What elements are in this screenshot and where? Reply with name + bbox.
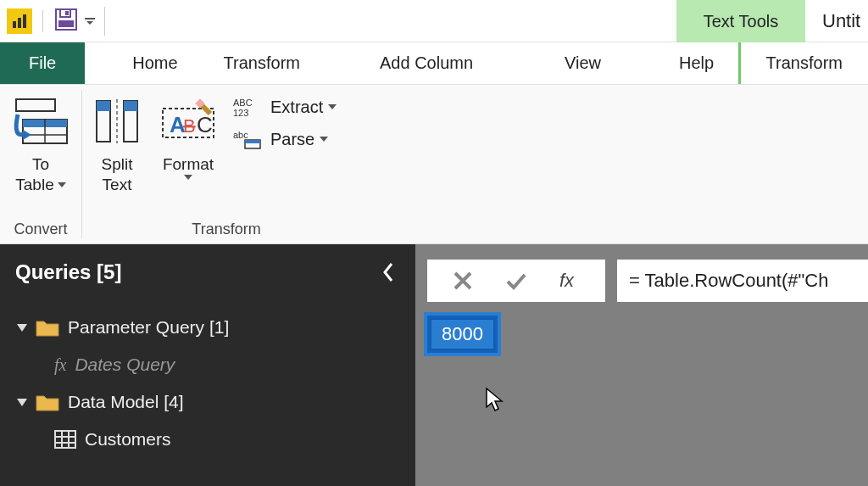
- svg-rect-0: [13, 21, 16, 28]
- to-table-icon: [5, 92, 76, 151]
- separator: [42, 10, 43, 32]
- extract-icon: ABC123: [233, 95, 265, 119]
- formula-text: = Table.RowCount(#"Ch: [629, 270, 828, 292]
- query-folder-label: Parameter Query [1]: [68, 317, 229, 338]
- svg-rect-7: [85, 18, 95, 20]
- query-folder-data-model[interactable]: Data Model [4]: [17, 383, 415, 421]
- query-item-customers[interactable]: Customers: [17, 421, 415, 458]
- query-folder-label: Data Model [4]: [68, 392, 184, 412]
- svg-rect-1: [18, 18, 21, 28]
- split-text-button[interactable]: Split Text: [87, 92, 147, 195]
- folder-icon: [36, 318, 59, 337]
- queries-panel: Queries [5] Parameter Query [1] fx Dates…: [0, 244, 415, 486]
- svg-text:fx: fx: [559, 270, 575, 291]
- caret-down-icon: [328, 104, 337, 109]
- quick-access-toolbar: [7, 7, 108, 36]
- tab-file[interactable]: File: [0, 42, 85, 84]
- context-tab-group: Text Tools: [676, 0, 805, 42]
- tab-transform-context[interactable]: Transform: [738, 42, 868, 84]
- expand-icon: [17, 324, 27, 332]
- svg-text:ABC: ABC: [233, 98, 253, 108]
- ribbon-group-transform: Split Text A B C Format: [82, 85, 370, 243]
- tab-home[interactable]: Home: [110, 42, 199, 84]
- result-value: 8000: [442, 323, 483, 344]
- queries-header: Queries [5]: [0, 244, 415, 300]
- group-label-transform: Transform: [87, 218, 365, 242]
- caret-down-icon: [320, 137, 328, 142]
- svg-rect-8: [16, 99, 55, 111]
- to-table-button[interactable]: To Table: [5, 92, 76, 195]
- svg-rect-27: [245, 140, 260, 143]
- cursor-icon: [485, 387, 504, 412]
- caret-down-icon: [58, 182, 66, 187]
- expand-icon: [17, 399, 27, 406]
- extract-label: Extract: [270, 98, 323, 117]
- qat-dropdown-icon[interactable]: [84, 15, 96, 27]
- query-folder-parameter[interactable]: Parameter Query [1]: [17, 309, 415, 346]
- title-bar: Text Tools Untit: [0, 0, 868, 42]
- ribbon: To Table Convert S: [0, 85, 868, 244]
- caret-down-icon: [184, 175, 192, 180]
- formula-bar: fx = Table.RowCount(#"Ch: [427, 260, 868, 302]
- parse-label: Parse: [270, 130, 314, 149]
- svg-rect-28: [55, 431, 75, 448]
- content-area: Queries [5] Parameter Query [1] fx Dates…: [0, 244, 868, 486]
- preview-panel: fx = Table.RowCount(#"Ch 8000: [415, 244, 868, 486]
- context-tab-text-tools[interactable]: Text Tools: [676, 0, 805, 42]
- queries-list: Parameter Query [1] fx Dates Query Data …: [0, 300, 415, 458]
- tab-transform[interactable]: Transform: [200, 42, 324, 84]
- query-item-dates[interactable]: fx Dates Query: [17, 346, 415, 383]
- parse-icon: abc: [233, 127, 265, 151]
- cancel-formula-button[interactable]: [444, 262, 481, 299]
- separator: [104, 7, 105, 36]
- format-label: Format: [163, 154, 214, 175]
- ribbon-tabs: File Home Transform Add Column View Help…: [0, 42, 868, 85]
- query-item-label: Customers: [85, 429, 171, 450]
- format-button[interactable]: A B C Format: [152, 92, 225, 180]
- result-cell[interactable]: 8000: [427, 316, 498, 353]
- group-label-convert: Convert: [5, 218, 76, 242]
- to-table-label-2: Table: [15, 175, 53, 195]
- formula-buttons: fx: [427, 260, 605, 302]
- parse-button[interactable]: abc Parse: [230, 126, 340, 153]
- svg-rect-2: [23, 14, 26, 28]
- tab-view[interactable]: View: [542, 42, 623, 84]
- document-title: Untit: [822, 0, 860, 42]
- table-icon: [54, 430, 76, 449]
- svg-text:abc: abc: [233, 130, 248, 140]
- folder-icon: [36, 393, 59, 411]
- ribbon-group-convert: To Table Convert: [0, 85, 81, 243]
- tab-add-column[interactable]: Add Column: [358, 42, 495, 84]
- tab-help[interactable]: Help: [657, 42, 736, 84]
- queries-title: Queries [5]: [15, 260, 121, 284]
- fx-icon: fx: [54, 355, 66, 375]
- split-label-1: Split: [102, 154, 133, 175]
- svg-rect-16: [124, 101, 137, 111]
- save-button[interactable]: [53, 7, 79, 36]
- svg-text:C: C: [197, 112, 213, 137]
- to-table-label-1: To: [32, 154, 49, 175]
- svg-rect-14: [97, 101, 110, 111]
- accept-formula-button[interactable]: [498, 262, 535, 299]
- extract-button[interactable]: ABC123 Extract: [230, 93, 340, 120]
- split-text-icon: [87, 92, 147, 151]
- formula-input[interactable]: = Table.RowCount(#"Ch: [617, 260, 868, 302]
- split-label-2: Text: [103, 175, 132, 195]
- collapse-panel-button[interactable]: [376, 256, 400, 288]
- svg-text:123: 123: [233, 108, 248, 118]
- svg-rect-6: [58, 20, 74, 27]
- query-item-label: Dates Query: [75, 355, 175, 375]
- svg-rect-5: [65, 11, 69, 15]
- format-icon: A B C: [152, 92, 225, 151]
- svg-text:B: B: [183, 115, 196, 137]
- fx-button[interactable]: fx: [551, 262, 588, 299]
- app-logo-icon: [7, 8, 32, 34]
